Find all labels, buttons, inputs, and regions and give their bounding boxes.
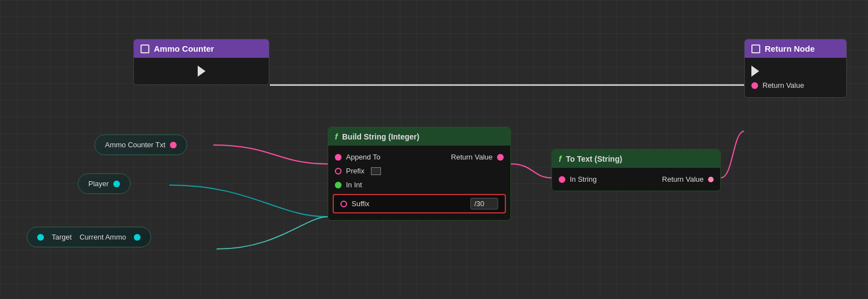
to-text-header: f To Text (String) bbox=[552, 150, 720, 168]
in-int-label: In Int bbox=[346, 181, 362, 189]
in-string-pin[interactable] bbox=[559, 176, 565, 183]
build-string-title: Build String (Integer) bbox=[342, 132, 419, 141]
ammo-counter-title: Ammo Counter bbox=[154, 44, 214, 53]
to-text-return-right: Return Value bbox=[662, 175, 714, 183]
player-label: Player bbox=[88, 180, 109, 188]
target-label: Target bbox=[52, 233, 72, 241]
return-value-label: Return Value bbox=[762, 81, 804, 89]
in-string-left: In String bbox=[559, 175, 596, 183]
return-node-header: Return Node bbox=[745, 39, 846, 58]
ammo-counter-txt-pin-out[interactable] bbox=[170, 142, 177, 148]
function-icon-totext: f bbox=[559, 154, 561, 163]
prefix-checkbox[interactable] bbox=[371, 167, 381, 175]
prefix-left: Prefix bbox=[335, 167, 381, 175]
return-node-title: Return Node bbox=[765, 44, 815, 53]
append-to-pin[interactable] bbox=[335, 154, 342, 161]
player-node: Player bbox=[78, 173, 131, 194]
return-node: Return Node Return Value bbox=[744, 39, 847, 98]
return-value-label-bs: Return Value bbox=[451, 153, 493, 161]
to-text-return-label: Return Value bbox=[662, 175, 704, 183]
suffix-pin[interactable] bbox=[340, 201, 347, 207]
widget-icon bbox=[141, 44, 149, 53]
ammo-counter-body bbox=[134, 58, 269, 84]
to-text-return-pin[interactable] bbox=[708, 177, 714, 182]
return-value-pin[interactable] bbox=[751, 82, 758, 89]
player-pin-out[interactable] bbox=[113, 181, 120, 187]
exec-in-pin[interactable] bbox=[751, 66, 759, 77]
build-string-node: f Build String (Integer) Append To Retur… bbox=[328, 127, 511, 221]
exec-out-pin[interactable] bbox=[198, 66, 205, 77]
append-to-row: Append To Return Value bbox=[328, 150, 510, 164]
in-string-label: In String bbox=[570, 175, 596, 183]
prefix-pin[interactable] bbox=[335, 168, 342, 175]
target-pin-in[interactable] bbox=[37, 234, 44, 241]
suffix-input[interactable] bbox=[470, 198, 498, 210]
widget-icon-return bbox=[751, 44, 760, 53]
append-to-label: Append To bbox=[346, 153, 380, 161]
build-string-body: Append To Return Value Prefix In Int bbox=[328, 146, 510, 220]
ammo-counter-header: Ammo Counter bbox=[134, 39, 269, 58]
suffix-label: Suffix bbox=[352, 200, 369, 208]
current-ammo-label: Current Ammo bbox=[79, 233, 126, 241]
return-value-pin-bs[interactable] bbox=[497, 154, 504, 161]
in-int-left: In Int bbox=[335, 181, 362, 189]
in-int-pin[interactable] bbox=[335, 182, 342, 188]
exec-in-row bbox=[751, 63, 840, 79]
current-ammo-pin-out[interactable] bbox=[134, 234, 141, 241]
append-to-left: Append To bbox=[335, 153, 380, 161]
return-value-right: Return Value bbox=[451, 153, 504, 161]
target-current-ammo-node: Target Current Ammo bbox=[27, 227, 151, 247]
suffix-row: Suffix bbox=[333, 194, 506, 213]
function-icon-build: f bbox=[335, 132, 338, 141]
to-text-node: f To Text (String) In String Return Valu… bbox=[551, 149, 721, 191]
in-string-row: In String Return Value bbox=[552, 172, 720, 186]
prefix-label: Prefix bbox=[346, 167, 364, 175]
in-int-row: In Int bbox=[328, 178, 510, 192]
to-text-title: To Text (String) bbox=[566, 155, 622, 163]
ammo-counter-node: Ammo Counter bbox=[133, 39, 269, 85]
to-text-body: In String Return Value bbox=[552, 168, 720, 191]
return-node-body: Return Value bbox=[745, 58, 846, 97]
return-value-row: Return Value bbox=[751, 79, 840, 92]
prefix-row: Prefix bbox=[328, 164, 510, 178]
ammo-counter-txt-label: Ammo Counter Txt bbox=[105, 141, 165, 149]
build-string-header: f Build String (Integer) bbox=[328, 127, 510, 146]
ammo-counter-txt-node: Ammo Counter Txt bbox=[94, 134, 187, 155]
